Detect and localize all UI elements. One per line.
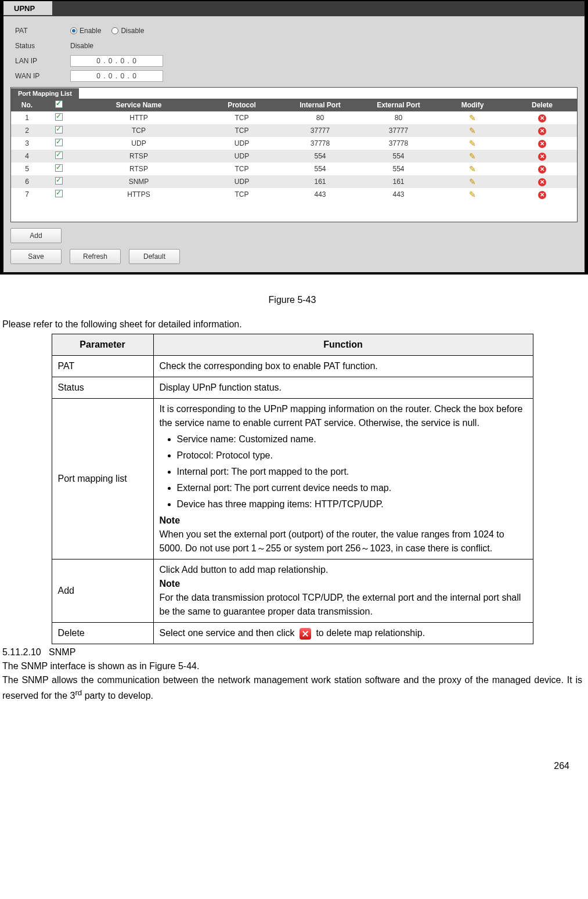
pml-note-text: When you set the external port (outport)… [160,528,527,555]
delete-row-icon[interactable]: ✕ [538,140,546,148]
section-heading: 5.11.2.10 SNMP [2,645,582,659]
add-button[interactable]: Add [10,228,62,243]
parameter-table: Parameter Function PAT Check the corresp… [52,334,533,644]
delete-row-icon[interactable]: ✕ [538,127,546,135]
row-checkbox[interactable] [55,113,63,121]
cell-service-name: SNMP [75,178,203,186]
cell-external-port: 161 [359,178,438,186]
cell-internal-port: 80 [281,114,359,122]
col-checkbox [43,100,75,110]
row-checkbox[interactable] [55,190,63,197]
edit-icon[interactable] [468,139,477,147]
pml-note-label: Note [160,514,527,528]
edit-icon[interactable] [468,177,477,185]
table-row[interactable]: 6SNMPUDP161161✕ [11,175,577,188]
row-status-func: Display UPnP function status. [153,377,533,399]
cell-no: 1 [11,114,43,122]
cell-external-port: 554 [359,165,438,173]
col-no: No. [11,101,43,109]
row-checkbox[interactable] [55,139,63,146]
add-button-row: Add [3,222,585,245]
th-function: Function [153,334,533,356]
table-row[interactable]: 7HTTPSTCP443443✕ [11,188,577,201]
section-number: 5.11.2.10 [2,647,41,657]
port-mapping-header: No. Service Name Protocol Internal Port … [11,99,577,111]
row-pat-param: PAT [52,356,153,377]
add-line1: Click Add button to add map relationship… [160,563,527,577]
snmp-line2: The SNMP allows the communication betwee… [2,673,582,703]
port-mapping-body: 1HTTPTCP8080✕2TCPTCP3777737777✕3UDPUDP37… [11,111,577,222]
cell-no: 5 [11,165,43,173]
row-pat-func: Check the corresponding box to enable PA… [153,356,533,377]
row-checkbox[interactable] [55,126,63,133]
table-row[interactable]: 1HTTPTCP8080✕ [11,111,577,124]
pml-bullet-service-name: Service name: Customized name. [177,432,527,446]
row-checkbox[interactable] [55,151,63,159]
cell-service-name: RTSP [75,165,203,173]
cell-internal-port: 37778 [281,139,359,147]
save-button[interactable]: Save [10,249,62,264]
col-external-port: External Port [359,101,438,109]
cell-service-name: HTTP [75,114,203,122]
row-checkbox[interactable] [55,177,63,185]
pat-disable-radio[interactable] [111,27,118,34]
edit-icon[interactable] [468,151,477,160]
edit-icon[interactable] [468,164,477,172]
delete-row-icon[interactable]: ✕ [538,178,546,186]
row-checkbox[interactable] [55,164,63,172]
snmp-line2-b: party to develop. [82,691,153,701]
wan-ip-input[interactable]: 0 . 0 . 0 . 0 [70,70,163,82]
cell-no: 7 [11,190,43,198]
select-all-checkbox[interactable] [55,100,63,108]
snmp-sup: rd [75,688,82,697]
page-number: 264 [0,726,588,785]
table-row[interactable]: 3UDPUDP3777837778✕ [11,137,577,150]
top-nav-bar: UPNP [3,1,585,16]
row-pml-param: Port mapping list [52,399,153,559]
col-delete: Delete [507,101,577,109]
add-note-label: Note [160,577,527,591]
port-mapping-caption: Port Mapping List [11,88,79,99]
table-row[interactable]: 2TCPTCP3777737777✕ [11,124,577,137]
action-button-row: Save Refresh Default [3,245,585,272]
cell-external-port: 443 [359,190,438,198]
delete-row-icon[interactable]: ✕ [538,153,546,161]
cell-protocol: UDP [203,152,281,160]
table-row[interactable]: 5RTSPTCP554554✕ [11,163,577,175]
section-title: SNMP [49,647,75,657]
row-add-param: Add [52,559,153,623]
port-mapping-list: Port Mapping List No. Service Name Proto… [10,87,578,222]
edit-icon[interactable] [468,113,477,121]
pml-intro: It is corresponding to the UPnP mapping … [160,402,527,430]
row-pml-func: It is corresponding to the UPnP mapping … [153,399,533,559]
config-form: PAT Enable Disable Status Disable LAN IP… [3,16,585,84]
cell-internal-port: 37777 [281,127,359,135]
edit-icon[interactable] [468,126,477,134]
delete-row-icon[interactable]: ✕ [538,114,546,122]
pml-bullet-internal-port: Internal port: The port mapped to the po… [177,465,527,479]
cell-protocol: UDP [203,178,281,186]
delete-row-icon[interactable]: ✕ [538,191,546,199]
delete-icon [300,628,311,640]
cell-external-port: 554 [359,152,438,160]
row-del-func: Select one service and then click to del… [153,623,533,644]
cell-protocol: UDP [203,139,281,147]
table-row[interactable]: 4RTSPUDP554554✕ [11,150,577,163]
col-service-name: Service Name [75,101,203,109]
delete-row-icon[interactable]: ✕ [538,165,546,174]
col-modify: Modify [438,101,507,109]
pat-label: PAT [15,27,70,35]
default-button[interactable]: Default [129,249,180,264]
row-del-param: Delete [52,623,153,644]
del-post: to delete map relationship. [316,628,425,638]
cell-external-port: 37777 [359,127,438,135]
lan-ip-input[interactable]: 0 . 0 . 0 . 0 [70,55,163,67]
cell-external-port: 37778 [359,139,438,147]
status-value: Disable [70,42,93,50]
tab-upnp[interactable]: UPNP [3,1,52,15]
edit-icon[interactable] [468,190,477,198]
pat-enable-radio[interactable] [70,27,77,34]
add-line2: For the data transmission protocol TCP/U… [160,591,527,619]
cell-protocol: TCP [203,165,281,173]
refresh-button[interactable]: Refresh [70,249,121,264]
